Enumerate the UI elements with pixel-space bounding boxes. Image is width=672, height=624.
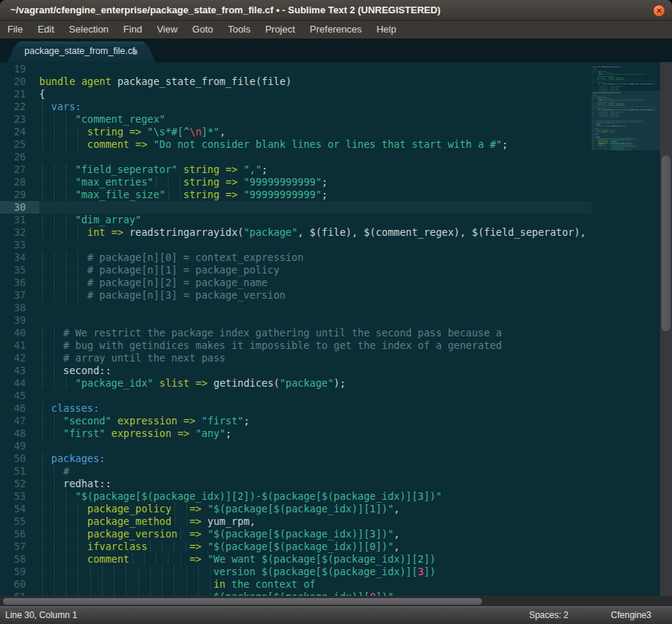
line-number: 29	[0, 189, 39, 201]
menu-item-find[interactable]: Find	[116, 21, 149, 38]
tab-package-state-from-file[interactable]: package_state_from_file.cf	[7, 41, 155, 62]
code-line[interactable]: 30	[0, 201, 591, 214]
code-line[interactable]: 26	[0, 151, 591, 163]
code-line[interactable]: 56 package_version => "$(package[$(packa…	[0, 528, 591, 540]
line-number: 61	[0, 591, 39, 596]
code-line[interactable]: 35 # package[n][1] = package_policy	[0, 264, 591, 277]
code-line[interactable]: 20bundle agent package_state_from_file(f…	[0, 75, 591, 88]
line-number: 22	[0, 101, 39, 113]
code-line[interactable]: 49	[0, 440, 591, 452]
line-number: 42	[0, 352, 39, 364]
line-number: 60	[0, 578, 39, 591]
line-number: 45	[0, 390, 39, 402]
code-line[interactable]: 60 in the context of	[0, 578, 591, 591]
code-area[interactable]: 1920bundle agent package_state_from_file…	[0, 63, 591, 596]
code-line[interactable]: 45	[0, 390, 591, 402]
line-number: 37	[0, 289, 39, 302]
code-line[interactable]: 19	[0, 63, 591, 75]
vertical-scrollbar-thumb[interactable]	[662, 155, 671, 331]
indentation-setting[interactable]: Spaces: 2	[529, 610, 569, 620]
code-line[interactable]: 38	[0, 302, 591, 314]
code-line[interactable]: 32 int => readstringarrayidx("package", …	[0, 226, 591, 239]
code-line[interactable]: 57 ifvarclass => "$(package[$(package_id…	[0, 540, 591, 553]
line-number: 57	[0, 540, 39, 553]
line-number: 43	[0, 364, 39, 377]
menu-item-goto[interactable]: Goto	[185, 21, 220, 38]
code-line[interactable]: 55 package_method => yum_rpm,	[0, 515, 591, 528]
line-number: 54	[0, 503, 39, 515]
line-number: 24	[0, 126, 39, 138]
line-number: 33	[0, 239, 39, 251]
line-number: 46	[0, 402, 39, 415]
code-line[interactable]: 59 version $(package[$(package_idx)][3])	[0, 566, 591, 578]
close-button[interactable]: ✕	[653, 4, 665, 17]
menu-item-help[interactable]: Help	[369, 21, 404, 38]
menu-item-selection[interactable]: Selection	[61, 21, 115, 38]
code-line[interactable]: 31 "dim_array"	[0, 214, 591, 226]
code-line[interactable]: 40 # We restrict the package index gathe…	[0, 327, 591, 339]
code-line[interactable]: 58 comment => "We want $(package[$(packa…	[0, 553, 591, 566]
line-number: 39	[0, 314, 39, 327]
code-line[interactable]: 52 redhat::	[0, 478, 591, 490]
code-line[interactable]: 42 # array until the next pass	[0, 352, 591, 364]
close-icon: ✕	[654, 5, 665, 16]
code-line[interactable]: 27 "field_seperator" string => ",";	[0, 163, 591, 176]
code-line[interactable]: 50 packages:	[0, 452, 591, 465]
modified-dot-icon	[132, 50, 138, 55]
title-bar[interactable]: ~/vagrant/cfengine_enterprise/package_st…	[0, 0, 672, 21]
menu-item-project[interactable]: Project	[258, 21, 302, 38]
code-line[interactable]: int => readstringarrayidx("package", $(f…	[593, 83, 656, 84]
code-line[interactable]: 24 string => "\s*#[^\n]*",	[0, 126, 591, 138]
status-bar: Line 30, Column 1 Spaces: 2 Cfengine3	[0, 606, 672, 624]
code-line[interactable]: 39	[0, 314, 591, 327]
line-number: 23	[0, 113, 39, 126]
line-number: 27	[0, 163, 39, 176]
code-line[interactable]: 22 vars:	[0, 101, 591, 113]
line-number: 34	[0, 251, 39, 264]
code-line[interactable]: 37 # package[n][3] = package_version	[0, 289, 591, 302]
menu-item-view[interactable]: View	[149, 21, 185, 38]
code-line[interactable]: 47 "second" expression => "first";	[0, 415, 591, 427]
code-line[interactable]: 28 "max_entries" string => "99999999999"…	[0, 176, 591, 189]
line-number: 53	[0, 490, 39, 503]
line-number: 19	[0, 63, 39, 75]
horizontal-scrollbar-thumb[interactable]	[3, 598, 482, 605]
horizontal-scrollbar[interactable]	[0, 596, 672, 606]
line-number: 50	[0, 452, 39, 465]
code-line[interactable]: 25 comment => "Do not consider blank lin…	[0, 138, 591, 151]
code-line[interactable]: 29 "max_file_size" string => "9999999999…	[0, 189, 591, 201]
code-line[interactable]: 46 classes:	[0, 402, 591, 415]
line-number: 52	[0, 478, 39, 490]
code-line[interactable]: 54 package_policy => "$(package[$(packag…	[0, 503, 591, 515]
line-number: 35	[0, 264, 39, 277]
line-number: 58	[0, 553, 39, 566]
menu-item-preferences[interactable]: Preferences	[302, 21, 369, 38]
code-line[interactable]: 21{	[0, 88, 591, 101]
line-number: 51	[0, 465, 39, 478]
code-line[interactable]: 53 "$(package[$(package_idx)][2])-$(pack…	[0, 490, 591, 503]
code-line[interactable]: 43 second::	[0, 364, 591, 377]
window-title: ~/vagrant/cfengine_enterprise/package_st…	[10, 4, 441, 16]
code-line[interactable]: 36 # package[n][2] = package_name	[0, 277, 591, 289]
code-line[interactable]: 61 $(package[$(package_idx)][0])"	[0, 591, 591, 596]
menu-bar: FileEditSelectionFindViewGotoToolsProjec…	[0, 21, 672, 38]
code-line[interactable]: 48 "first" expression => "any";	[0, 427, 591, 440]
menu-item-file[interactable]: File	[0, 21, 30, 38]
code-line[interactable]: 34 # package[n][0] = context_expression	[0, 251, 591, 264]
minimap-viewport[interactable]	[591, 91, 660, 150]
code-line[interactable]: 23 "comment_regex"	[0, 113, 591, 126]
line-number: 40	[0, 327, 39, 339]
menu-item-tools[interactable]: Tools	[220, 21, 257, 38]
vertical-scrollbar[interactable]	[660, 62, 672, 596]
code-line[interactable]: 51 #	[0, 465, 591, 478]
code-line[interactable]: 44 "package_idx" slist => getindices("pa…	[0, 377, 591, 390]
code-line[interactable]: 41 # bug with getindices makes it imposs…	[0, 339, 591, 352]
syntax-mode[interactable]: Cfengine3	[611, 610, 651, 620]
line-number: 47	[0, 415, 39, 427]
editor[interactable]: 1920bundle agent package_state_from_file…	[0, 62, 660, 596]
code-line[interactable]: 33	[0, 239, 591, 251]
menu-item-edit[interactable]: Edit	[30, 21, 61, 38]
sublime-text-window: ~/vagrant/cfengine_enterprise/package_st…	[0, 0, 672, 624]
minimap[interactable]: bundle agent package_state_from_file(fil…	[591, 62, 660, 596]
line-number: 21	[0, 88, 39, 101]
